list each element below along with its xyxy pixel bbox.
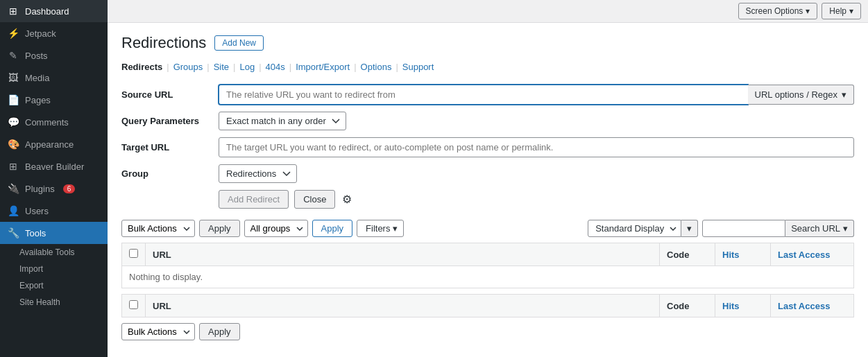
media-icon: 🖼 (7, 72, 19, 83)
query-params-row: Query Parameters Exact match in any orde… (121, 112, 854, 130)
select-all-checkbox-bottom[interactable] (129, 300, 138, 309)
plugins-badge: 6 (63, 184, 76, 193)
page-title: Redirections (121, 34, 206, 52)
sidebar-subitem-export[interactable]: Export (0, 277, 108, 294)
close-button[interactable]: Close (294, 190, 335, 209)
chevron-down-icon: ▾ (843, 223, 848, 234)
gear-button[interactable]: ⚙ (341, 191, 353, 207)
filters-button[interactable]: Filters ▾ (357, 220, 404, 237)
tools-icon: 🔧 (7, 227, 19, 238)
col-last-access-header[interactable]: Last Access (771, 243, 854, 266)
bulk-actions-select-top[interactable]: Bulk Actions (121, 220, 195, 237)
table-toolbar-top: Bulk Actions Apply All groups Apply Filt… (121, 220, 854, 237)
target-url-row: Target URL (121, 137, 854, 157)
tab-redirects[interactable]: Redirects (121, 60, 162, 73)
sidebar-item-users[interactable]: 👤 Users (0, 200, 108, 222)
tab-log[interactable]: Log (239, 60, 255, 73)
sidebar-subitem-import[interactable]: Import (0, 261, 108, 277)
sidebar-item-label: Appearance (25, 139, 74, 150)
sidebar-item-label: Plugins (25, 184, 55, 194)
plugins-icon: 🔌 (7, 183, 19, 194)
search-url-input[interactable] (702, 220, 785, 237)
table-header-row: URL Code Hits Last Access (122, 243, 854, 266)
sidebar-item-jetpack[interactable]: ⚡ Jetpack (0, 22, 108, 44)
apply-button-groups[interactable]: Apply (312, 220, 353, 237)
tab-support[interactable]: Support (402, 60, 434, 73)
target-url-input[interactable] (219, 137, 854, 157)
col-url-header: URL (146, 243, 660, 266)
apply-button-top[interactable]: Apply (199, 220, 240, 237)
sidebar-item-plugins[interactable]: 🔌 Plugins 6 (0, 177, 108, 200)
table-toolbar-bottom: Bulk Actions Apply (121, 323, 854, 340)
col-hits-header-bottom[interactable]: Hits (715, 295, 771, 317)
col-code-header-bottom: Code (660, 295, 715, 317)
standard-display-group: Standard Display ▾ (588, 220, 698, 237)
col-hits-header[interactable]: Hits (715, 243, 771, 266)
standard-display-select[interactable]: Standard Display (588, 220, 681, 237)
chevron-down-icon: ▾ (842, 89, 846, 100)
help-button[interactable]: Help ▾ (822, 3, 861, 19)
sidebar-item-posts[interactable]: ✎ Posts (0, 44, 108, 67)
beaver-builder-icon: ⊞ (7, 161, 19, 172)
chevron-down-icon: ▾ (393, 223, 398, 234)
sidebar-item-appearance[interactable]: 🎨 Appearance (0, 133, 108, 155)
source-url-label: Source URL (121, 89, 212, 100)
table-empty-row: Nothing to display. (122, 266, 854, 288)
sidebar-item-tools[interactable]: 🔧 Tools (0, 222, 108, 244)
sidebar-item-label: Pages (25, 95, 51, 105)
dashboard-icon: ⊞ (7, 6, 19, 17)
tab-options[interactable]: Options (361, 60, 392, 73)
tab-import-export[interactable]: Import/Export (296, 60, 350, 73)
users-icon: 👤 (7, 205, 19, 216)
col-url-header-bottom: URL (146, 295, 660, 317)
empty-message: Nothing to display. (122, 266, 854, 288)
main-area: Screen Options ▾ Help ▾ Redirections Add… (108, 0, 868, 357)
url-options-dropdown-button[interactable]: URL options / Regex ▾ (748, 85, 854, 105)
tab-404s[interactable]: 404s (266, 60, 285, 73)
sidebar-item-comments[interactable]: 💬 Comments (0, 111, 108, 133)
tab-groups[interactable]: Groups (173, 60, 203, 73)
redirect-table-bottom: URL Code Hits Last Access (121, 294, 854, 317)
search-url-group: Search URL ▾ (702, 220, 854, 237)
source-url-input[interactable] (219, 85, 748, 105)
source-url-row: Source URL URL options / Regex ▾ (121, 85, 854, 105)
appearance-icon: 🎨 (7, 139, 19, 150)
source-url-group: URL options / Regex ▾ (219, 85, 854, 105)
chevron-down-icon: ▾ (806, 6, 810, 16)
query-params-select[interactable]: Exact match in any order Ignore all para… (219, 112, 346, 130)
all-groups-select[interactable]: All groups (244, 220, 308, 237)
sidebar-item-dashboard[interactable]: ⊞ Dashboard (0, 0, 108, 22)
sidebar-item-beaver-builder[interactable]: ⊞ Beaver Builder (0, 155, 108, 177)
tab-site[interactable]: Site (214, 60, 229, 73)
sidebar-subitem-available-tools[interactable]: Available Tools (0, 244, 108, 261)
sidebar-item-media[interactable]: 🖼 Media (0, 67, 108, 89)
page-header: Redirections Add New (121, 34, 854, 52)
sidebar-item-label: Dashboard (25, 6, 69, 17)
pages-icon: 📄 (7, 94, 19, 105)
col-code-header: Code (660, 243, 715, 266)
chevron-down-icon[interactable]: ▾ (681, 220, 698, 237)
sidebar-item-pages[interactable]: 📄 Pages (0, 89, 108, 111)
sidebar-item-label: Media (25, 73, 49, 83)
group-select[interactable]: Redirections (219, 164, 297, 183)
add-new-button[interactable]: Add New (214, 35, 264, 51)
col-check-header[interactable] (122, 243, 146, 266)
sidebar-item-label: Beaver Builder (25, 162, 84, 172)
select-all-checkbox-top[interactable] (129, 249, 138, 258)
table-header-row-bottom: URL Code Hits Last Access (122, 295, 854, 317)
nav-tabs: Redirects | Groups | Site | Log | 404s |… (121, 60, 854, 73)
search-url-dropdown[interactable]: Search URL ▾ (785, 220, 854, 237)
comments-icon: 💬 (7, 116, 19, 128)
chevron-down-icon: ▾ (849, 6, 853, 16)
screen-options-button[interactable]: Screen Options ▾ (738, 3, 818, 19)
jetpack-icon: ⚡ (7, 28, 19, 39)
sidebar-subitem-site-health[interactable]: Site Health (0, 294, 108, 311)
apply-button-bottom[interactable]: Apply (199, 323, 240, 340)
redirect-table-top: URL Code Hits Last Access Nothing to dis… (121, 243, 854, 288)
sidebar-item-label: Comments (25, 117, 69, 128)
col-check-header-bottom[interactable] (122, 295, 146, 317)
sidebar: ⊞ Dashboard ⚡ Jetpack ✎ Posts 🖼 Media 📄 … (0, 0, 108, 357)
content-area: Redirections Add New Redirects | Groups … (108, 23, 868, 357)
bulk-actions-select-bottom[interactable]: Bulk Actions (121, 323, 195, 340)
col-last-access-header-bottom[interactable]: Last Access (771, 295, 854, 317)
